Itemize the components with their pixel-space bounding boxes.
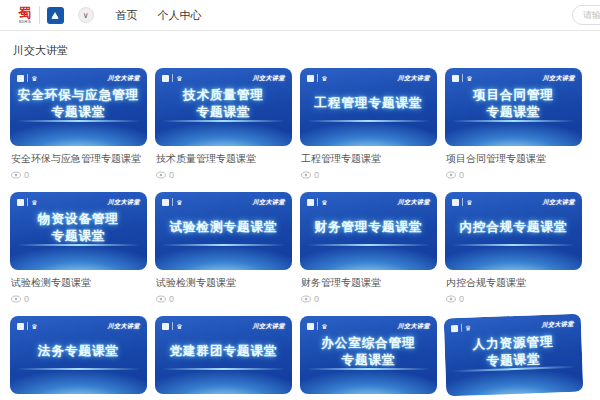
banner-title: 工程管理专题课堂	[304, 81, 433, 126]
view-count: 0	[314, 294, 319, 304]
banner-title-line: 专题课堂	[14, 104, 143, 121]
banner-title: 项目合同管理专题课堂	[449, 81, 578, 126]
banner-title-line: 试验检测专题课堂	[159, 219, 288, 236]
banner-title: 党建群团专题课堂	[159, 329, 288, 374]
course-card[interactable]: ♛ 川交大讲堂 项目合同管理专题课堂 项目合同管理专题课堂 0	[445, 68, 582, 180]
course-banner[interactable]: ♛ 川交大讲堂 技术质量管理专题课堂	[155, 68, 292, 146]
course-banner[interactable]: ♛ 川交大讲堂 工程管理专题课堂	[300, 68, 437, 146]
banner-title-line: 财务管理专题课堂	[304, 219, 433, 236]
emblem-logo[interactable]	[47, 7, 64, 24]
card-meta: 安全环保与应急管理专题课堂 0	[10, 146, 147, 180]
course-card[interactable]: ♛ 川交大讲堂 安全环保与应急管理专题课堂 安全环保与应急管理专题课堂 0	[10, 68, 147, 180]
banner-title-line: 专题课堂	[449, 349, 579, 370]
banner-title-line: 工程管理专题课堂	[304, 95, 433, 112]
course-card[interactable]: ♛ 川交大讲堂 财务管理专题课堂 财务管理专题课堂 0	[300, 192, 437, 304]
course-caption[interactable]: 安全环保与应急管理专题课堂	[11, 152, 146, 166]
course-caption[interactable]: 项目合同管理专题课堂	[446, 152, 581, 166]
banner-title-line: 专题课堂	[159, 104, 288, 121]
sdhg-logo-sub: SDHG	[19, 19, 31, 24]
banner-title: 安全环保与应急管理专题课堂	[14, 81, 143, 126]
course-card[interactable]: ♛ 川交大讲堂 党建群团专题课堂	[155, 316, 292, 394]
eye-icon	[156, 295, 166, 303]
banner-title-line: 党建群团专题课堂	[159, 343, 288, 360]
emblem-flame-icon	[51, 12, 59, 19]
course-card[interactable]: ♛ 川交大讲堂 人力资源管理专题课堂	[444, 314, 584, 397]
views-row: 0	[156, 294, 291, 304]
views-row: 0	[301, 294, 436, 304]
banner-title-line: 办公室综合管理	[304, 335, 433, 352]
banner-title-line: 专题课堂	[304, 352, 433, 369]
nav-item-home[interactable]: 首页	[116, 8, 138, 23]
banner-title: 技术质量管理专题课堂	[159, 81, 288, 126]
card-meta: 财务管理专题课堂 0	[300, 270, 437, 304]
view-count: 0	[169, 170, 174, 180]
banner-title: 财务管理专题课堂	[304, 205, 433, 250]
course-card[interactable]: ♛ 川交大讲堂 工程管理专题课堂 工程管理专题课堂 0	[300, 68, 437, 180]
course-card[interactable]: ♛ 川交大讲堂 法务专题课堂	[10, 316, 147, 394]
views-row: 0	[11, 170, 146, 180]
course-banner[interactable]: ♛ 川交大讲堂 财务管理专题课堂	[300, 192, 437, 270]
logo-divider	[39, 6, 40, 24]
banner-title-line: 安全环保与应急管理	[14, 87, 143, 104]
course-card[interactable]: ♛ 川交大讲堂 试验检测专题课堂 试验检测专题课堂 0	[155, 192, 292, 304]
banner-title: 物资设备管理专题课堂	[14, 205, 143, 250]
card-meta: 内控合规专题课堂 0	[445, 270, 582, 304]
banner-title-line: 专题课堂	[449, 104, 578, 121]
course-banner[interactable]: ♛ 川交大讲堂 物资设备管理专题课堂	[10, 192, 147, 270]
sdhg-logo-glyph: 蜀	[18, 6, 31, 19]
views-row: 0	[446, 170, 581, 180]
eye-icon	[301, 171, 311, 179]
banner-title: 法务专题课堂	[14, 329, 143, 374]
sdhg-logo[interactable]: 蜀 SDHG	[18, 6, 32, 24]
views-row: 0	[446, 294, 581, 304]
course-banner[interactable]: ♛ 川交大讲堂 试验检测专题课堂	[155, 192, 292, 270]
nav-item-personal-center[interactable]: 个人中心	[158, 8, 202, 23]
eye-icon	[156, 171, 166, 179]
banner-title: 人力资源管理专题课堂	[448, 327, 578, 376]
course-banner[interactable]: ♛ 川交大讲堂 党建群团专题课堂	[155, 316, 292, 394]
course-banner[interactable]: ♛ 川交大讲堂 办公室综合管理专题课堂	[300, 316, 437, 394]
page-title: 川交大讲堂	[0, 31, 600, 68]
chevron-down-icon[interactable]: ∨	[78, 7, 94, 23]
course-caption[interactable]: 试验检测专题课堂	[156, 276, 291, 290]
search-input[interactable]: 请输入	[572, 5, 600, 25]
course-banner[interactable]: ♛ 川交大讲堂 内控合规专题课堂	[445, 192, 582, 270]
card-meta: 试验检测专题课堂 0	[10, 270, 147, 304]
course-banner[interactable]: ♛ 川交大讲堂 法务专题课堂	[10, 316, 147, 394]
eye-icon	[301, 295, 311, 303]
banner-title-line: 物资设备管理	[14, 211, 143, 228]
course-card[interactable]: ♛ 川交大讲堂 物资设备管理专题课堂 试验检测专题课堂 0	[10, 192, 147, 304]
course-grid: ♛ 川交大讲堂 安全环保与应急管理专题课堂 安全环保与应急管理专题课堂 0	[0, 68, 600, 400]
course-caption[interactable]: 试验检测专题课堂	[11, 276, 146, 290]
eye-icon	[11, 295, 21, 303]
card-meta: 技术质量管理专题课堂 0	[155, 146, 292, 180]
banner-title-line: 项目合同管理	[449, 87, 578, 104]
course-banner[interactable]: ♛ 川交大讲堂 人力资源管理专题课堂	[444, 314, 584, 397]
view-count: 0	[314, 170, 319, 180]
banner-title: 试验检测专题课堂	[159, 205, 288, 250]
views-row: 0	[156, 170, 291, 180]
banner-title-line: 法务专题课堂	[14, 343, 143, 360]
eye-icon	[446, 295, 456, 303]
banner-title-line: 专题课堂	[14, 228, 143, 245]
eye-icon	[446, 171, 456, 179]
card-meta: 项目合同管理专题课堂 0	[445, 146, 582, 180]
banner-title-line: 技术质量管理	[159, 87, 288, 104]
banner-title: 办公室综合管理专题课堂	[304, 329, 433, 374]
course-caption[interactable]: 内控合规专题课堂	[446, 276, 581, 290]
course-card[interactable]: ♛ 川交大讲堂 办公室综合管理专题课堂	[300, 316, 437, 394]
banner-title: 内控合规专题课堂	[449, 205, 578, 250]
card-meta: 试验检测专题课堂 0	[155, 270, 292, 304]
course-banner[interactable]: ♛ 川交大讲堂 项目合同管理专题课堂	[445, 68, 582, 146]
course-caption[interactable]: 工程管理专题课堂	[301, 152, 436, 166]
course-caption[interactable]: 财务管理专题课堂	[301, 276, 436, 290]
course-banner[interactable]: ♛ 川交大讲堂 安全环保与应急管理专题课堂	[10, 68, 147, 146]
view-count: 0	[459, 170, 464, 180]
views-row: 0	[11, 294, 146, 304]
course-card[interactable]: ♛ 川交大讲堂 内控合规专题课堂 内控合规专题课堂 0	[445, 192, 582, 304]
view-count: 0	[24, 294, 29, 304]
card-meta: 工程管理专题课堂 0	[300, 146, 437, 180]
course-card[interactable]: ♛ 川交大讲堂 技术质量管理专题课堂 技术质量管理专题课堂 0	[155, 68, 292, 180]
banner-title-line: 内控合规专题课堂	[449, 219, 578, 236]
course-caption[interactable]: 技术质量管理专题课堂	[156, 152, 291, 166]
